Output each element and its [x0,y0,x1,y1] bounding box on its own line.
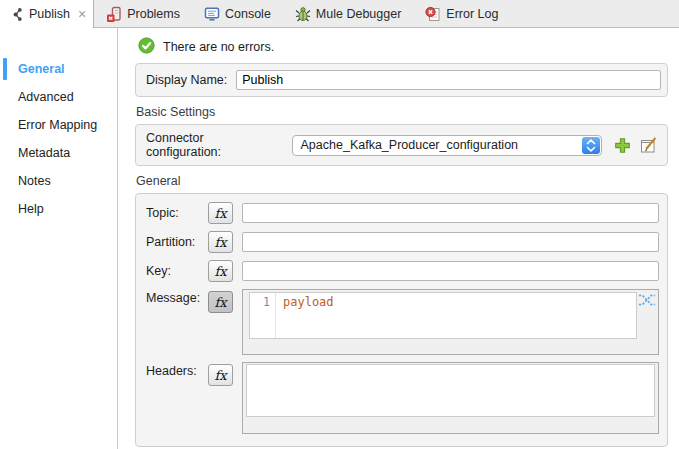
basic-settings-title: Basic Settings [136,105,668,120]
bug-icon [295,6,311,22]
kafka-icon [12,7,24,22]
message-field-row: Message: fx 1 payload [146,289,659,355]
properties-form: There are no errors. Display Name: Basic… [118,28,679,449]
expression-code[interactable]: payload [276,293,334,338]
topic-input[interactable] [242,203,659,223]
selected-indicator [3,58,7,80]
headers-fx-button[interactable]: fx [208,364,233,386]
sidebar-item-label: Help [18,202,44,216]
tab-label: Publish [29,7,70,21]
headers-field-row: Headers: fx [146,362,659,434]
connector-configuration-select[interactable]: Apache_Kafka_Producer_configuration [292,135,602,156]
message-expression-editor[interactable]: 1 payload [242,289,659,355]
partition-input[interactable] [242,232,659,252]
message-fx-button[interactable]: fx [208,291,233,313]
code-surface[interactable]: 1 payload [249,292,637,339]
selected-option: Apache_Kafka_Producer_configuration [293,138,582,152]
headers-editor [242,362,659,434]
general-section-title: General [136,174,668,189]
basic-settings-panel: Connector configuration: Apache_Kafka_Pr… [135,124,668,166]
tab-error-log[interactable]: Error Log [413,0,510,27]
partition-field-row: Partition: fx [146,231,659,253]
sidebar-item-notes[interactable]: Notes [0,167,117,195]
tab-console[interactable]: Console [192,0,283,27]
connector-configuration-label: Connector configuration: [146,131,282,159]
message-label: Message: [146,291,208,305]
tab-label: Problems [127,7,180,21]
display-name-label: Display Name: [146,73,227,87]
headers-input[interactable] [246,364,655,417]
partition-fx-button[interactable]: fx [208,231,233,253]
sidebar-item-label: Advanced [18,90,74,104]
key-fx-button[interactable]: fx [208,260,233,282]
tab-mule-debugger[interactable]: Mule Debugger [283,0,413,27]
tab-bar: Publish × Problems [0,0,679,28]
add-configuration-button[interactable] [614,137,631,154]
tab-publish[interactable]: Publish × [0,0,94,28]
validation-status: There are no errors. [138,38,668,56]
error-log-icon [425,6,441,22]
tab-problems[interactable]: Problems [94,0,192,27]
headers-label: Headers: [146,364,208,378]
sidebar-item-label: Metadata [18,146,70,160]
problems-icon [106,6,122,22]
topic-fx-button[interactable]: fx [208,202,233,224]
display-name-input[interactable] [236,70,661,90]
sidebar-item-metadata[interactable]: Metadata [0,139,117,167]
sidebar-item-error-mapping[interactable]: Error Mapping [0,111,117,139]
key-input[interactable] [242,261,659,281]
dropdown-stepper-icon [582,137,600,154]
sidebar-item-advanced[interactable]: Advanced [0,83,117,111]
partition-label: Partition: [146,235,208,249]
general-panel: Topic: fx Partition: fx Key: fx Message: [135,193,668,447]
display-name-panel: Display Name: [135,63,668,97]
dataweave-icon[interactable] [638,293,656,310]
sidebar-item-label: Notes [18,174,51,188]
edit-configuration-button[interactable] [640,137,657,154]
tab-label: Console [225,7,271,21]
sidebar-item-label: Error Mapping [18,118,97,132]
sidebar-item-label: General [18,62,65,76]
check-icon [138,37,155,57]
line-number-gutter: 1 [250,293,276,338]
key-field-row: Key: fx [146,260,659,282]
key-label: Key: [146,264,208,278]
properties-editor-window: Publish × Problems [0,0,679,449]
tab-label: Error Log [446,7,498,21]
close-icon[interactable]: × [78,7,86,21]
status-message: There are no errors. [163,40,274,54]
sidebar-item-help[interactable]: Help [0,195,117,223]
tab-label: Mule Debugger [316,7,401,21]
topic-label: Topic: [146,206,208,220]
properties-sidebar: General Advanced Error Mapping Metadata … [0,28,118,449]
console-icon [204,6,220,22]
sidebar-item-general[interactable]: General [0,55,117,83]
topic-field-row: Topic: fx [146,202,659,224]
